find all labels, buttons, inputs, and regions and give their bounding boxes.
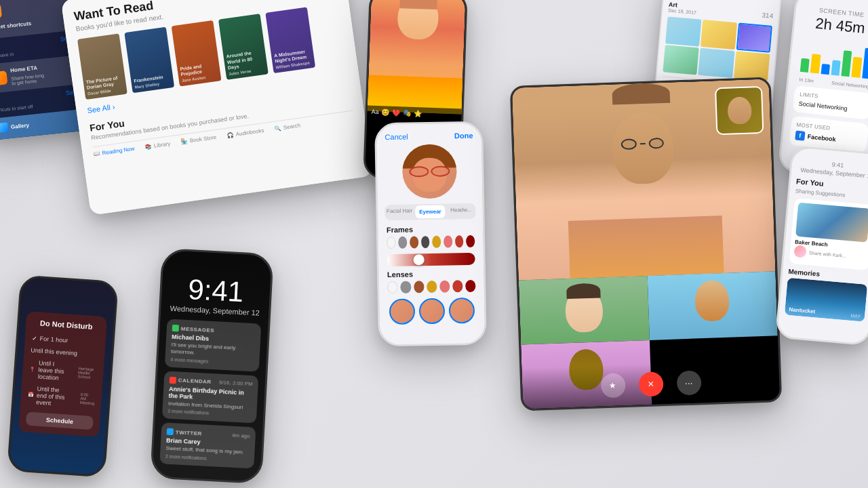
memoji-header: Cancel Done bbox=[376, 123, 481, 146]
photos-memory-card[interactable]: Nantucket MAY bbox=[785, 278, 867, 322]
book-title-2: FrankensteinMary Shelley bbox=[134, 74, 172, 90]
dnd-until-event[interactable]: 📅 Until the end of this event 9:00 AM Me… bbox=[27, 382, 96, 413]
book-item-2[interactable]: FrankensteinMary Shelley bbox=[124, 27, 174, 94]
camera-viewfinder bbox=[368, 0, 466, 114]
memoji-frames-label: Frames bbox=[378, 219, 483, 237]
lens-swatch-gray[interactable] bbox=[401, 281, 411, 293]
shortcut-icon bbox=[0, 3, 2, 20]
emoji-smiley: 😊 bbox=[381, 108, 389, 116]
swatch-dark-red[interactable] bbox=[466, 235, 475, 247]
moments-cell-2[interactable] bbox=[701, 20, 737, 49]
photos-share-with-label: Share with Karli... bbox=[809, 250, 846, 258]
iphone-x-screen: 9:41 Wednesday, September 12 MESSAGES Mi… bbox=[152, 250, 271, 482]
notification-twitter[interactable]: TWITTER 4m ago Brian Carey Sweet stuff, … bbox=[159, 422, 256, 468]
tab-headwear[interactable]: Headw... bbox=[446, 203, 476, 220]
chart-bar-4 bbox=[831, 60, 841, 76]
chart-bar-3 bbox=[821, 64, 830, 75]
facetime-star-button[interactable]: ★ bbox=[600, 373, 625, 398]
facetime-more-button[interactable]: ··· bbox=[676, 370, 701, 395]
memoji-preview-3[interactable] bbox=[449, 298, 475, 324]
memory-month-label: MAY bbox=[850, 313, 861, 319]
facetime-main-video bbox=[512, 79, 776, 281]
book-item-1[interactable]: The Picture of Dorian GrayOscar Wilde bbox=[77, 33, 127, 100]
swatch-white[interactable] bbox=[387, 237, 396, 249]
frames-color-slider[interactable] bbox=[387, 253, 475, 266]
slider-thumb[interactable] bbox=[414, 254, 425, 265]
chart-bar-7 bbox=[862, 47, 868, 79]
lens-swatch-red[interactable] bbox=[452, 280, 462, 292]
screentime-limits-section: Limits Social Networking bbox=[793, 85, 868, 120]
search-icon: 🔍 bbox=[274, 125, 281, 131]
ipad-facetime-device: ★ ✕ ··· bbox=[510, 77, 783, 411]
memoji-done-button[interactable]: Done bbox=[454, 131, 473, 140]
tab-reading-now[interactable]: 📖 Reading Now bbox=[93, 146, 135, 157]
notif-time-twitter: 4m ago bbox=[232, 432, 250, 439]
tab-library[interactable]: 📚 Library bbox=[144, 140, 170, 150]
swatch-gray[interactable] bbox=[398, 237, 407, 249]
emoji-bar: Aa 😊 ❤️ 🎭 ⭐ bbox=[367, 105, 462, 121]
moments-cell-3[interactable] bbox=[736, 23, 772, 53]
iphone-lock-screen: Do Not Disturb ✓ For 1 hour Until this e… bbox=[9, 277, 116, 475]
facebook-label: Facebook bbox=[807, 133, 836, 142]
siri-widget-title: widget shortcuts bbox=[0, 16, 72, 31]
tab-facial-hair[interactable]: Facial Hair bbox=[384, 204, 414, 220]
moments-cell-4[interactable] bbox=[663, 45, 699, 75]
lens-swatch-gold[interactable] bbox=[427, 281, 437, 293]
facetime-participant-1 bbox=[519, 276, 650, 344]
photos-suggested-card[interactable]: Baker Beach Share with Karli... bbox=[789, 198, 868, 270]
facetime-end-button[interactable]: ✕ bbox=[638, 371, 663, 396]
swatch-gold[interactable] bbox=[432, 236, 441, 248]
lens-swatch-brown[interactable] bbox=[414, 281, 424, 293]
notif-time-calendar: 9/16, 2:00 PM bbox=[219, 380, 253, 388]
facebook-icon: f bbox=[795, 130, 805, 140]
memoji-lens-swatches bbox=[379, 280, 484, 294]
chart-bar-5 bbox=[842, 50, 852, 77]
emoji-sticker: 🎭 bbox=[403, 109, 411, 117]
library-icon: 📚 bbox=[144, 143, 152, 150]
checkmark-icon: ✓ bbox=[31, 335, 37, 342]
book-item-5[interactable]: A Midsummer Night's DreamWilliam Shakesp… bbox=[265, 7, 315, 73]
emoji-star: ⭐ bbox=[414, 110, 422, 117]
moments-cell-5[interactable] bbox=[698, 48, 735, 78]
book-item-4[interactable]: Around the World in 80 DaysJules Verne bbox=[218, 14, 269, 80]
screentime-most-used-section: Most Used f Facebook bbox=[789, 116, 868, 153]
iphone-photos-screen: 9:41 Wednesday, September 19 For You Sha… bbox=[777, 148, 868, 344]
tab-book-store[interactable]: 🏪 Book Store bbox=[180, 134, 216, 145]
screentime-chart bbox=[797, 37, 868, 79]
memoji-preview-1[interactable] bbox=[389, 298, 416, 325]
memoji-preview-2[interactable] bbox=[419, 298, 446, 325]
photos-beach-image bbox=[795, 203, 868, 243]
memoji-lens-right bbox=[431, 165, 450, 176]
swatch-red-light[interactable] bbox=[443, 235, 452, 247]
book-title-5: A Midsummer Night's DreamWilliam Shakesp… bbox=[274, 48, 313, 70]
chart-bar-6 bbox=[852, 57, 862, 78]
swatch-dark[interactable] bbox=[421, 236, 430, 248]
tab-audiobooks[interactable]: 🎧 Audiobooks bbox=[226, 127, 264, 139]
moments-photo-count: 314 bbox=[762, 12, 774, 20]
notification-calendar[interactable]: CALENDAR 9/16, 2:00 PM Annie's Birthday … bbox=[162, 371, 258, 424]
moments-cell-1[interactable] bbox=[665, 16, 702, 46]
tab-eyewear[interactable]: Eyewear bbox=[416, 205, 446, 219]
memoji-preview-bar bbox=[380, 292, 485, 331]
notification-messages[interactable]: MESSAGES Michael Dibs I'll see you brigh… bbox=[165, 319, 262, 371]
book-item-3[interactable]: Pride and PrejudiceJane Austen bbox=[172, 20, 222, 87]
tab-search[interactable]: 🔍 Search bbox=[274, 122, 300, 131]
memoji-cancel-button[interactable]: Cancel bbox=[384, 133, 408, 142]
audio-icon: 🎧 bbox=[226, 131, 234, 138]
lens-swatch-dark-red[interactable] bbox=[465, 280, 475, 292]
home-eta-sub: Share how longto get home bbox=[11, 73, 45, 86]
swatch-brown[interactable] bbox=[410, 236, 418, 248]
memoji-glasses bbox=[409, 165, 450, 177]
iphone-lock-device: Do Not Disturb ✓ For 1 hour Until this e… bbox=[7, 274, 119, 477]
lens-swatch-red-light[interactable] bbox=[439, 281, 450, 293]
calendar-app-icon bbox=[170, 377, 177, 384]
messages-app-icon bbox=[172, 325, 180, 332]
swatch-red[interactable] bbox=[455, 235, 464, 247]
lens-swatch-white[interactable] bbox=[387, 281, 398, 293]
moments-photo-grid bbox=[663, 16, 772, 81]
iphone-photos-device: 9:41 Wednesday, September 19 For You Sha… bbox=[775, 145, 868, 346]
dnd-schedule-button[interactable]: Schedule bbox=[26, 411, 94, 430]
moments-cell-6[interactable] bbox=[734, 51, 770, 81]
notif-app-label-messages: MESSAGES bbox=[181, 325, 215, 333]
emoji-heart: ❤️ bbox=[392, 109, 400, 117]
